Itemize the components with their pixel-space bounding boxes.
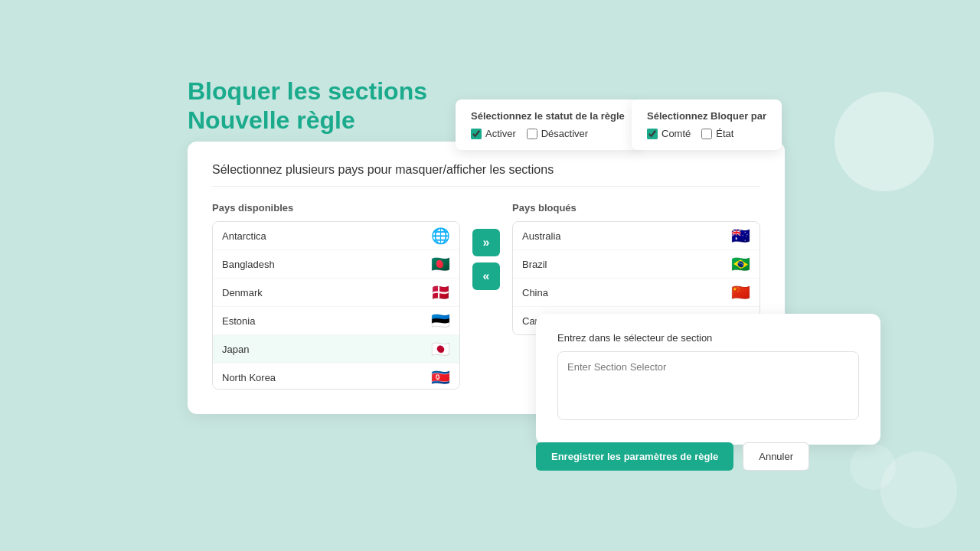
available-label: Pays disponibles (212, 202, 460, 214)
deco-circle-top (835, 92, 934, 191)
bloquer-comte-label: Comté (662, 128, 691, 139)
blocked-country-item[interactable]: Brazil🇧🇷 (513, 250, 760, 279)
section-textarea[interactable] (557, 351, 859, 420)
available-country-item[interactable]: Estonia🇪🇪 (213, 307, 459, 335)
action-buttons: Enregistrer les paramètres de règle Annu… (536, 442, 809, 471)
blocked-country-item[interactable]: Australia🇦🇺 (513, 222, 760, 250)
section-card: Entrez dans le sélecteur de section (536, 314, 880, 445)
bloquer-dropdown: Sélectionnez Bloquer par Comté État (632, 99, 782, 150)
available-country-item[interactable]: Denmark🇩🇰 (213, 279, 459, 307)
country-flag: 🇧🇷 (731, 256, 750, 272)
country-flag: 🇰🇵 (431, 370, 450, 385)
statut-options: Activer Désactiver (471, 128, 625, 139)
available-list[interactable]: Antarctica🌐Bangladesh🇧🇩Denmark🇩🇰Estonia🇪… (212, 221, 460, 390)
available-country-item[interactable]: Bangladesh🇧🇩 (213, 250, 459, 279)
bloquer-etat[interactable]: État (701, 128, 733, 139)
available-panel: Pays disponibles Antarctica🌐Bangladesh🇧🇩… (212, 202, 460, 390)
country-name: Australia (522, 230, 561, 242)
deco-circle-bottom2 (850, 444, 896, 490)
bloquer-options: Comté État (647, 128, 766, 139)
country-name: North Korea (222, 372, 276, 383)
bloquer-comte-checkbox[interactable] (647, 129, 658, 139)
country-name: Denmark (222, 287, 263, 298)
country-name: Antarctica (222, 230, 266, 242)
page-title-line2: Nouvelle règle (188, 106, 427, 135)
blocked-label: Pays bloqués (512, 202, 760, 214)
transfer-backward-btn[interactable]: « (472, 262, 500, 290)
country-flag: 🇪🇪 (431, 313, 450, 328)
country-flag: 🇧🇩 (431, 256, 450, 272)
country-name: Brazil (522, 259, 547, 270)
country-name: Estonia (222, 315, 255, 327)
country-name: China (522, 287, 548, 298)
transfer-buttons: » « (460, 229, 512, 290)
country-name: Japan (222, 344, 249, 355)
page-title-line1: Bloquer les sections (188, 77, 427, 106)
statut-desactiver[interactable]: Désactiver (527, 128, 588, 139)
country-flag: 🇯🇵 (431, 341, 450, 357)
statut-dropdown: Sélectionnez le statut de la règle Activ… (456, 99, 640, 150)
page-title-block: Bloquer les sections Nouvelle règle (188, 77, 427, 135)
statut-activer[interactable]: Activer (471, 128, 516, 139)
bloquer-comte[interactable]: Comté (647, 128, 691, 139)
country-flag: 🌐 (431, 228, 450, 243)
statut-activer-label: Activer (485, 128, 516, 139)
main-card-title: Sélectionnez plusieurs pays pour masquer… (212, 163, 760, 187)
available-country-item[interactable]: Japan🇯🇵 (213, 335, 459, 364)
statut-desactiver-checkbox[interactable] (527, 129, 537, 139)
country-flag: 🇨🇳 (731, 285, 750, 300)
blocked-country-item[interactable]: China🇨🇳 (513, 279, 760, 307)
country-flag: 🇩🇰 (431, 285, 450, 300)
bloquer-etat-checkbox[interactable] (701, 129, 712, 139)
available-country-item[interactable]: Antarctica🌐 (213, 222, 459, 250)
bloquer-etat-label: État (716, 128, 733, 139)
statut-activer-checkbox[interactable] (471, 129, 482, 139)
country-name: Bangladesh (222, 259, 275, 270)
bloquer-dropdown-label: Sélectionnez Bloquer par (647, 110, 766, 122)
statut-desactiver-label: Désactiver (541, 128, 588, 139)
section-label: Entrez dans le sélecteur de section (557, 332, 859, 344)
save-button[interactable]: Enregistrer les paramètres de règle (536, 442, 733, 471)
transfer-forward-btn[interactable]: » (472, 229, 500, 256)
statut-dropdown-label: Sélectionnez le statut de la règle (471, 110, 625, 122)
cancel-button[interactable]: Annuler (743, 442, 809, 471)
country-flag: 🇦🇺 (731, 228, 750, 243)
available-country-item[interactable]: North Korea🇰🇵 (213, 364, 459, 390)
